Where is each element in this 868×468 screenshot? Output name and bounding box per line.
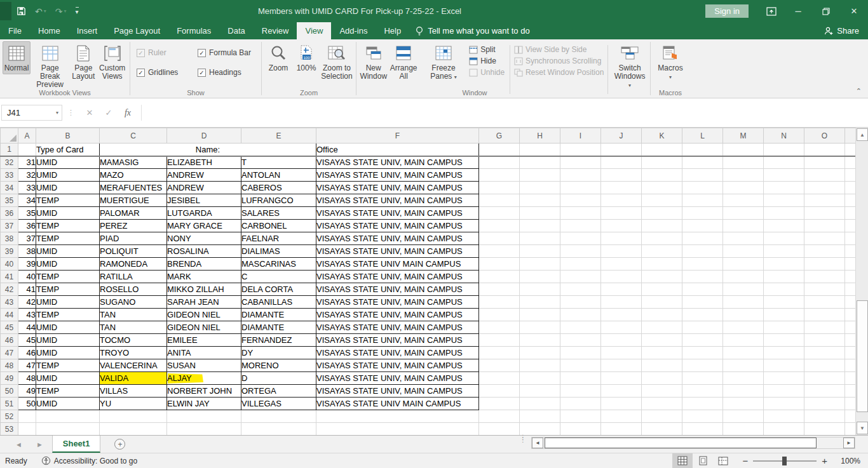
cell-B35[interactable]: TEMP [36,194,100,207]
cell-L50[interactable] [682,385,723,398]
cell-N41[interactable] [764,271,804,283]
row-header-46[interactable]: 46 [1,334,18,347]
cell-J32[interactable] [601,156,642,169]
cell-A37[interactable]: 36 [18,220,36,232]
cell-L51[interactable] [682,398,723,410]
row-header-45[interactable]: 45 [1,321,18,334]
cell-G34[interactable] [479,182,520,194]
row-header-39[interactable]: 39 [1,245,18,258]
cell-M53[interactable] [723,423,764,436]
cell-O40[interactable] [804,258,845,271]
share-button[interactable]: Share [824,22,859,39]
cell-G44[interactable] [479,309,520,321]
cell-B47[interactable]: UMID [36,347,100,359]
cell-K51[interactable] [642,398,682,410]
restore-button[interactable] [812,0,840,22]
cell-A53[interactable] [18,423,36,436]
cell-F43[interactable]: VISAYAS STATE UNIV, MAIN CAMPUS [316,296,479,309]
column-header-G[interactable]: G [479,128,520,144]
cell-N48[interactable] [764,359,804,372]
cell-A50[interactable]: 49 [18,385,36,398]
cell-I32[interactable] [560,156,601,169]
cell-M32[interactable] [723,156,764,169]
cell-F38[interactable]: VISAYAS STATE UNIV, MAIN CAMPUS [316,232,479,245]
cell-F52[interactable] [316,410,479,423]
cell-B32[interactable]: UMID [36,156,100,169]
redo-icon[interactable]: ↷▾ [55,6,67,17]
cell-G52[interactable] [479,410,520,423]
cell-M46[interactable] [723,334,764,347]
new-window-button[interactable]: NewWindow [359,41,388,83]
column-header-M[interactable]: M [723,128,764,144]
cell-A42[interactable]: 41 [18,283,36,296]
cell-B45[interactable]: UMID [36,321,100,334]
cell-H42[interactable] [520,283,560,296]
tell-me-box[interactable]: Tell me what you want to do [409,22,536,39]
cell-M1[interactable] [723,144,764,156]
cell-I40[interactable] [560,258,601,271]
page-layout-button[interactable]: Page Layout [69,41,97,83]
collapse-ribbon-icon[interactable]: ⌃ [856,87,862,95]
scroll-down-icon[interactable]: ▼ [857,422,868,434]
zoom-to-selection-button[interactable]: Zoom to Selection [320,41,353,83]
formula-bar-checkbox[interactable]: ✓Formula Bar [198,46,264,60]
cell-B33[interactable]: UMID [36,169,100,182]
cell-C33[interactable]: MAZO [100,169,167,182]
row-header-33[interactable]: 33 [1,169,18,182]
cell-H32[interactable] [520,156,560,169]
cell-D41[interactable]: MARK [167,271,241,283]
row-header-51[interactable]: 51 [1,398,18,410]
row-header-40[interactable]: 40 [1,258,18,271]
cell-K53[interactable] [642,423,682,436]
cell-C1-E1-name[interactable]: Name: [100,144,316,156]
tab-file[interactable]: File [0,22,30,39]
cell-O32[interactable] [804,156,845,169]
cell-G41[interactable] [479,271,520,283]
cell-H36[interactable] [520,207,560,220]
cell-J52[interactable] [601,410,642,423]
cell-N42[interactable] [764,283,804,296]
cell-N39[interactable] [764,245,804,258]
cell-B34[interactable]: UMID [36,182,100,194]
cell-O39[interactable] [804,245,845,258]
cell-E35[interactable]: LUFRANGCO [241,194,316,207]
cell-J51[interactable] [601,398,642,410]
cell-M38[interactable] [723,232,764,245]
cell-K32[interactable] [642,156,682,169]
cell-C32[interactable]: MAMASIG [100,156,167,169]
cell-J47[interactable] [601,347,642,359]
cell-D38[interactable]: NONY [167,232,241,245]
cell-O41[interactable] [804,271,845,283]
cell-B1-type-of-card[interactable]: Type of Card [36,144,100,156]
cell-F50[interactable]: VISAYAS STATE UNIV, MAIN CAMPUS [316,385,479,398]
cell-F37[interactable]: VISAYAS STATE UNIV, MAIN CAMPUS [316,220,479,232]
cell-M52[interactable] [723,410,764,423]
cell-G35[interactable] [479,194,520,207]
cell-K40[interactable] [642,258,682,271]
cell-L47[interactable] [682,347,723,359]
cell-B36[interactable]: UMID [36,207,100,220]
headings-checkbox[interactable]: ✓Headings [198,65,264,79]
tab-add-ins[interactable]: Add-ins [331,22,376,39]
cell-L32[interactable] [682,156,723,169]
row-header-43[interactable]: 43 [1,296,18,309]
tab-help[interactable]: Help [376,22,409,39]
cell-E44[interactable]: DIAMANTE [241,309,316,321]
page-break-preview-shortcut[interactable] [713,453,733,468]
cell-O35[interactable] [804,194,845,207]
cell-I38[interactable] [560,232,601,245]
tab-view[interactable]: View [297,22,331,39]
cell-A1[interactable] [18,144,36,156]
cell-N34[interactable] [764,182,804,194]
row-header-49[interactable]: 49 [1,372,18,385]
cell-F44[interactable]: VISAYAS STATE UNIV, MAIN CAMPUS [316,309,479,321]
cell-J49[interactable] [601,372,642,385]
cell-F39[interactable]: VISAYAS STATE UNIV, MAIN CAMPUS [316,245,479,258]
cell-E45[interactable]: DIAMANTE [241,321,316,334]
cell-I50[interactable] [560,385,601,398]
cell-K37[interactable] [642,220,682,232]
cell-A32[interactable]: 31 [18,156,36,169]
cell-A34[interactable]: 33 [18,182,36,194]
cell-H47[interactable] [520,347,560,359]
cell-E51[interactable]: VILLEGAS [241,398,316,410]
